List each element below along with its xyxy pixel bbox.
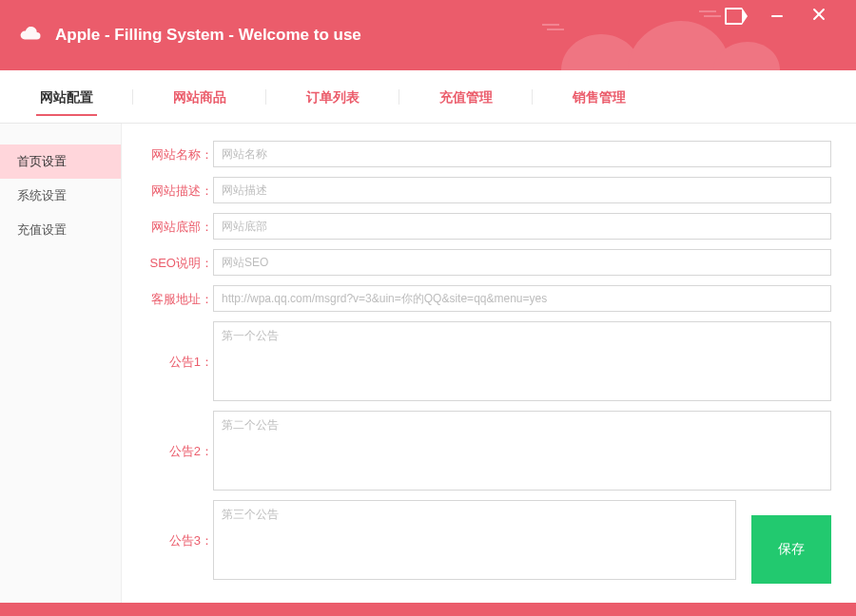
form-area: 网站名称： 网站描述： 网站底部： SEO说明： 客服地址： 公告1： 公告2： — [122, 124, 856, 603]
collapse-icon[interactable] — [725, 8, 742, 25]
label-site-desc: 网站描述： — [139, 177, 213, 200]
tab-label: 充值管理 — [439, 89, 493, 105]
tab-sales-mgmt[interactable]: 销售管理 — [561, 70, 637, 124]
tab-label: 网站商品 — [173, 89, 226, 105]
sidebar-item-label: 系统设置 — [17, 187, 67, 204]
save-button[interactable]: 保存 — [751, 515, 831, 584]
label-site-name: 网站名称： — [139, 141, 213, 164]
input-site-footer[interactable] — [213, 213, 831, 240]
sidebar-item-system-settings[interactable]: 系统设置 — [0, 179, 121, 213]
main-tabs: 网站配置 网站商品 订单列表 充值管理 销售管理 — [0, 70, 856, 124]
row-seo: SEO说明： — [139, 249, 831, 276]
window-controls — [725, 0, 856, 32]
tab-label: 销售管理 — [573, 89, 626, 105]
sidebar: 首页设置 系统设置 充值设置 — [0, 124, 122, 603]
textarea-notice1[interactable] — [213, 321, 831, 401]
textarea-notice2[interactable] — [213, 411, 831, 491]
row-notice3: 公告3： — [139, 500, 831, 580]
tab-order-list[interactable]: 订单列表 — [295, 70, 371, 124]
tab-site-goods[interactable]: 网站商品 — [162, 70, 238, 124]
input-site-name[interactable] — [213, 141, 831, 167]
minimize-icon[interactable] — [768, 8, 786, 25]
row-site-desc: 网站描述： — [139, 177, 831, 203]
sidebar-item-home-settings[interactable]: 首页设置 — [0, 144, 121, 179]
title-bar: Apple - Filling System - Welcome to use — [0, 0, 856, 70]
row-notice2: 公告2： — [139, 411, 831, 491]
content-body: 首页设置 系统设置 充值设置 网站名称： 网站描述： 网站底部： SEO说明： … — [0, 124, 856, 603]
tab-recharge-mgmt[interactable]: 充值管理 — [428, 70, 504, 124]
input-seo[interactable] — [213, 249, 831, 276]
row-notice1: 公告1： — [139, 321, 831, 401]
label-notice2: 公告2： — [139, 411, 213, 460]
label-cs-url: 客服地址： — [139, 285, 213, 308]
textarea-notice3[interactable] — [213, 500, 736, 580]
tab-site-config[interactable]: 网站配置 — [29, 70, 105, 124]
tab-label: 网站配置 — [40, 89, 93, 105]
label-seo: SEO说明： — [139, 249, 213, 272]
row-cs-url: 客服地址： — [139, 285, 831, 312]
row-site-footer: 网站底部： — [139, 213, 831, 240]
tab-label: 订单列表 — [306, 89, 360, 105]
close-icon[interactable] — [812, 8, 829, 25]
label-site-footer: 网站底部： — [139, 213, 213, 236]
sidebar-item-label: 首页设置 — [17, 153, 67, 170]
sidebar-item-recharge-settings[interactable]: 充值设置 — [0, 213, 121, 247]
row-site-name: 网站名称： — [139, 141, 831, 167]
cloud-icon — [19, 27, 42, 44]
label-notice3: 公告3： — [139, 500, 213, 549]
app-title: Apple - Filling System - Welcome to use — [55, 26, 361, 45]
input-cs-url[interactable] — [213, 285, 831, 312]
input-site-desc[interactable] — [213, 177, 831, 203]
footer-bar — [0, 603, 856, 616]
label-notice1: 公告1： — [139, 321, 213, 371]
sidebar-item-label: 充值设置 — [17, 221, 67, 239]
